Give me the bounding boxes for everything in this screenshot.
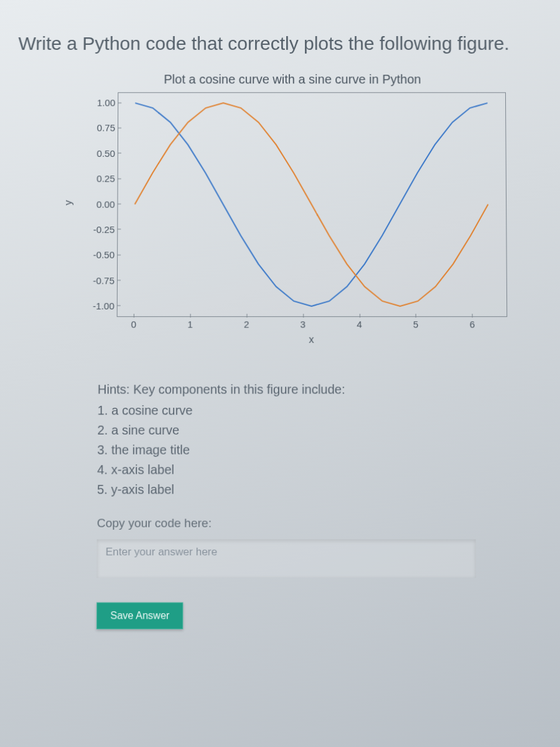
- x-tick-label: 6: [470, 319, 475, 329]
- y-tick-label: 0.75: [86, 123, 115, 133]
- hint-item: 2. a sine curve: [97, 420, 544, 440]
- y-tick-label: 0.50: [86, 148, 115, 158]
- y-tick-label: 1.00: [86, 97, 115, 108]
- plot-area: [117, 92, 508, 317]
- y-tick-label: 0.25: [86, 173, 114, 184]
- save-answer-button[interactable]: Save Answer: [96, 602, 184, 629]
- x-tick-label: 4: [357, 319, 362, 329]
- hint-item: 3. the image title: [97, 440, 544, 460]
- question-text: Write a Python code that correctly plots…: [18, 31, 541, 55]
- copy-code-label: Copy your code here:: [97, 516, 546, 530]
- x-tick-label: 5: [413, 319, 418, 329]
- x-axis-label: x: [116, 334, 506, 345]
- sine-line: [134, 103, 488, 306]
- chart-title: Plot a cosine curve with a sine curve in…: [55, 72, 530, 87]
- x-tick-label: 2: [244, 319, 249, 329]
- y-tick-label: -0.75: [86, 275, 114, 285]
- hint-item: 5. y-axis label: [97, 480, 545, 500]
- x-tick-label: 1: [187, 319, 192, 329]
- hint-item: 4. x-axis label: [97, 460, 545, 480]
- y-axis-label: y: [63, 200, 74, 205]
- chart-curves: [118, 93, 507, 316]
- y-tick-label: 0.00: [86, 199, 114, 209]
- x-tick-label: 3: [301, 319, 306, 329]
- hints-block: Hints: Key components in this figure inc…: [97, 380, 545, 500]
- hint-item: 1. a cosine curve: [98, 401, 544, 421]
- y-tick-label: -0.25: [86, 223, 114, 234]
- chart: Plot a cosine curve with a sine curve in…: [54, 77, 531, 354]
- x-tick-label: 0: [131, 319, 136, 329]
- hints-intro: Hints: Key components in this figure inc…: [98, 380, 544, 400]
- y-tick-label: -1.00: [85, 300, 114, 311]
- y-tick-label: -0.50: [86, 249, 114, 260]
- answer-input[interactable]: [96, 539, 476, 578]
